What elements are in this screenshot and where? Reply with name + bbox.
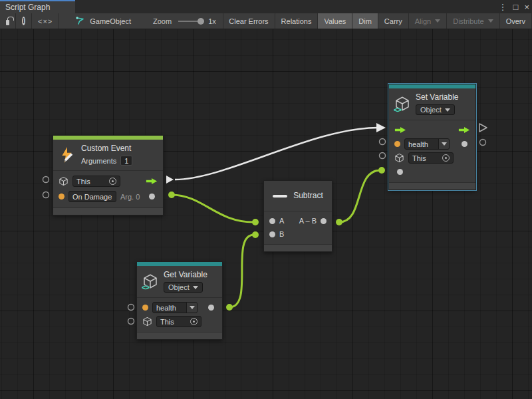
- dim-toggle[interactable]: Dim: [352, 13, 378, 29]
- wire-endpoint: [336, 219, 342, 225]
- variable-name-dropdown[interactable]: health: [404, 138, 450, 150]
- zoom-slider[interactable]: [178, 21, 203, 22]
- carry-toggle[interactable]: Carry: [378, 13, 409, 29]
- graph-toolbar: i <×> GameObject Zoom 1x Clear Errors Re…: [0, 13, 532, 29]
- graph-target[interactable]: GameObject: [75, 13, 131, 29]
- new-value-input-port[interactable]: [397, 169, 403, 175]
- target-object-field[interactable]: This: [72, 176, 120, 187]
- value-wire-get-to-b[interactable]: [229, 235, 254, 307]
- object-picker-icon[interactable]: [442, 154, 450, 162]
- chevron-down-icon: [435, 19, 440, 23]
- target-object-field[interactable]: This: [408, 152, 454, 164]
- new-value-row: [389, 165, 475, 179]
- wire-endpoint: [252, 219, 259, 225]
- event-name-field[interactable]: On Damage: [68, 191, 116, 202]
- close-icon[interactable]: ×: [524, 3, 529, 11]
- unconnected-port[interactable]: [380, 153, 386, 159]
- zoom-value: 1x: [208, 17, 216, 25]
- node-title: Subtract: [293, 191, 323, 201]
- node-custom-event[interactable]: Custom Event Arguments 1 This: [53, 135, 164, 215]
- value-output-port[interactable]: [208, 305, 214, 311]
- variable-name-value: health: [405, 139, 438, 149]
- unconnected-port[interactable]: [380, 139, 386, 145]
- variable-angle-icon: <>: [142, 283, 149, 291]
- values-toggle[interactable]: Values: [318, 13, 352, 29]
- set-variable-body: health This: [389, 120, 475, 182]
- unconnected-port[interactable]: [43, 192, 49, 198]
- arg0-output-port[interactable]: [149, 194, 155, 200]
- input-a-row: A A – B: [264, 214, 332, 227]
- get-variable-header: <> Get Variable Object: [137, 266, 222, 298]
- zoom-label: Zoom: [153, 17, 172, 25]
- value-wire-result-to-set[interactable]: [339, 170, 380, 222]
- target-value: This: [412, 154, 426, 162]
- flow-output-port-custom-event[interactable]: [166, 176, 174, 184]
- align-label: Align: [415, 17, 431, 25]
- flow-wire[interactable]: [175, 128, 378, 180]
- clear-errors-button[interactable]: Clear Errors: [223, 13, 275, 29]
- output-label: A – B: [299, 217, 317, 225]
- arguments-label: Arguments: [81, 157, 116, 165]
- value-output-port[interactable]: [462, 141, 467, 147]
- value-wire-arg-to-a[interactable]: [172, 195, 253, 222]
- node-subtract[interactable]: Subtract A A – B B: [263, 180, 332, 252]
- info-button[interactable]: i: [16, 13, 32, 29]
- unconnected-port[interactable]: [128, 305, 134, 311]
- event-name-port[interactable]: [59, 194, 65, 200]
- node-get-variable[interactable]: <> Get Variable Object health: [136, 261, 223, 340]
- unconnected-port[interactable]: [128, 319, 134, 325]
- unconnected-flow-port[interactable]: [479, 124, 487, 132]
- subtract-body: A A – B B: [264, 211, 332, 244]
- tab-script-graph[interactable]: Script Graph: [0, 0, 75, 13]
- input-b-port[interactable]: [269, 231, 275, 237]
- custom-event-icon: [59, 146, 76, 164]
- lock-icon: [6, 20, 9, 25]
- result-output-port[interactable]: [321, 218, 327, 224]
- event-name-value: On Damage: [72, 193, 112, 201]
- relations-button[interactable]: Relations: [275, 13, 319, 29]
- align-dropdown[interactable]: Align: [409, 13, 447, 29]
- flow-output-arrow-icon[interactable]: [458, 126, 470, 134]
- variable-scope-dropdown[interactable]: Object: [416, 104, 455, 115]
- object-picker-icon[interactable]: [109, 178, 116, 185]
- variable-angle-icon: <>: [394, 106, 401, 114]
- object-picker-icon[interactable]: [190, 318, 198, 325]
- script-machine-icon: [75, 16, 85, 26]
- subtract-header: Subtract: [264, 181, 332, 211]
- wire-endpoint: [378, 167, 385, 174]
- gameobject-cube-icon: [394, 153, 404, 163]
- input-a-port[interactable]: [269, 218, 275, 224]
- flow-wire-arrowhead: [376, 123, 386, 132]
- distribute-dropdown[interactable]: Distribute: [447, 13, 499, 29]
- lock-button[interactable]: [0, 13, 16, 29]
- graph-target-label: GameObject: [90, 17, 131, 25]
- variable-name-port[interactable]: [394, 141, 400, 147]
- arguments-count-field[interactable]: 1: [120, 156, 132, 166]
- node-set-variable[interactable]: <> Set Variable Object: [388, 84, 476, 190]
- input-b-row: B: [264, 227, 332, 241]
- variable-name-port[interactable]: [142, 305, 148, 311]
- flow-output-arrow-icon[interactable]: [146, 178, 158, 185]
- custom-event-body: This On Damage Arg. 0: [53, 171, 163, 207]
- variable-scope-dropdown[interactable]: Object: [164, 282, 203, 293]
- gameobject-cube-icon: [142, 317, 152, 327]
- graph-canvas[interactable]: Custom Event Arguments 1 This: [0, 29, 532, 399]
- maximize-icon[interactable]: □: [513, 3, 519, 11]
- node-title: Custom Event: [81, 144, 132, 154]
- menu-icon[interactable]: ⋮: [499, 3, 507, 11]
- overview-button[interactable]: Overv: [500, 13, 532, 29]
- code-view-button[interactable]: <×>: [32, 13, 59, 29]
- unity-visual-scripting-window: Script Graph ⋮ □ × i <×> GameObject Zoom: [0, 0, 532, 399]
- variable-name-dropdown[interactable]: health: [152, 302, 198, 313]
- input-b-label: B: [279, 230, 284, 238]
- get-variable-body: health This: [137, 298, 222, 332]
- variable-name-row: health: [389, 137, 475, 151]
- target-object-field[interactable]: This: [156, 316, 201, 327]
- scope-label: Object: [168, 283, 190, 291]
- zoom-slider-handle[interactable]: [198, 18, 204, 25]
- unconnected-port[interactable]: [480, 140, 486, 146]
- set-variable-header: <> Set Variable Object: [389, 88, 475, 120]
- flow-input-arrow-icon[interactable]: [394, 126, 406, 134]
- target-value: This: [160, 318, 174, 326]
- unconnected-port[interactable]: [43, 177, 49, 183]
